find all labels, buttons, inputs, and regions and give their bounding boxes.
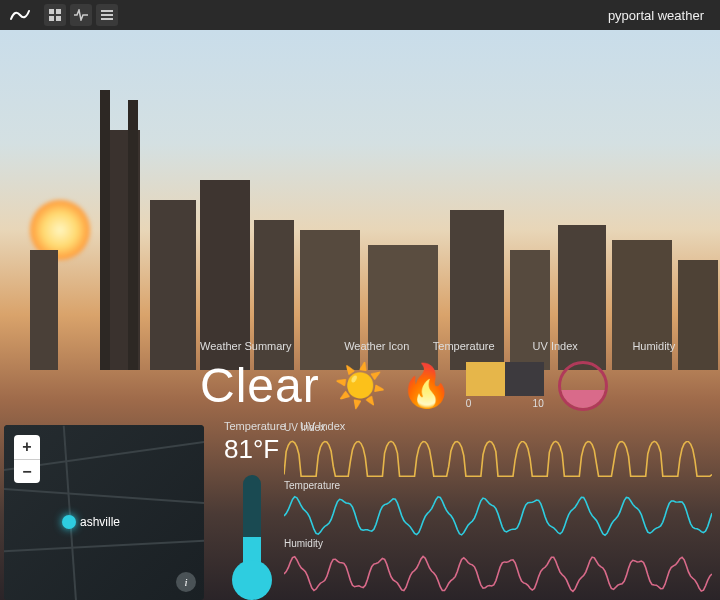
page-title: pyportal weather	[608, 8, 704, 23]
uv-chart: UV Index	[284, 422, 712, 480]
svg-rect-5	[101, 14, 113, 16]
dashboard: Weather Summary Weather Icon Temperature…	[0, 30, 720, 600]
info-icon[interactable]: i	[176, 572, 196, 592]
grid-view-icon[interactable]	[44, 4, 66, 26]
svg-rect-3	[56, 16, 61, 21]
sun-icon: ☀️	[334, 361, 386, 410]
zoom-out-button[interactable]: −	[14, 459, 40, 483]
label-humidity: Humidity	[632, 340, 710, 352]
list-view-icon[interactable]	[96, 4, 118, 26]
svg-rect-0	[49, 9, 54, 14]
label-weather-icon: Weather Icon	[344, 340, 433, 352]
pulse-icon[interactable]	[70, 4, 92, 26]
uv-chart-label: UV Index	[284, 422, 325, 433]
map-city-label: ashville	[80, 515, 120, 529]
thermometer-icon	[236, 470, 268, 600]
svg-rect-2	[49, 16, 54, 21]
temperature-label: Temperature	[224, 420, 286, 432]
uv-index-widget: 010	[466, 362, 544, 409]
zoom-in-button[interactable]: +	[14, 435, 40, 459]
fire-icon: 🔥	[400, 361, 452, 410]
map-widget[interactable]: + − ashville i	[4, 425, 204, 600]
map-zoom-control: + −	[14, 435, 40, 483]
widget-row: Clear ☀️ 🔥 010	[200, 358, 710, 413]
uv-min: 0	[466, 398, 472, 409]
top-bar: pyportal weather	[0, 0, 720, 30]
widget-labels-row: Weather Summary Weather Icon Temperature…	[200, 340, 710, 352]
charts-column: UV Index Temperature Humidity	[284, 422, 712, 596]
hum-chart: Humidity	[284, 538, 712, 596]
svg-rect-1	[56, 9, 61, 14]
uv-max: 10	[533, 398, 544, 409]
humidity-gauge	[558, 361, 608, 411]
logo-icon	[8, 3, 32, 27]
svg-rect-6	[101, 18, 113, 20]
skyline	[0, 110, 720, 370]
label-weather-summary: Weather Summary	[200, 340, 344, 352]
weather-summary-text: Clear	[200, 358, 320, 413]
map-marker-icon	[62, 515, 76, 529]
temperature-value: 81°F	[224, 434, 279, 465]
label-temperature: Temperature	[433, 340, 533, 352]
label-uv-index: UV Index	[533, 340, 633, 352]
temp-chart-label: Temperature	[284, 480, 340, 491]
temp-chart: Temperature	[284, 480, 712, 538]
svg-rect-4	[101, 10, 113, 12]
hum-chart-label: Humidity	[284, 538, 323, 549]
